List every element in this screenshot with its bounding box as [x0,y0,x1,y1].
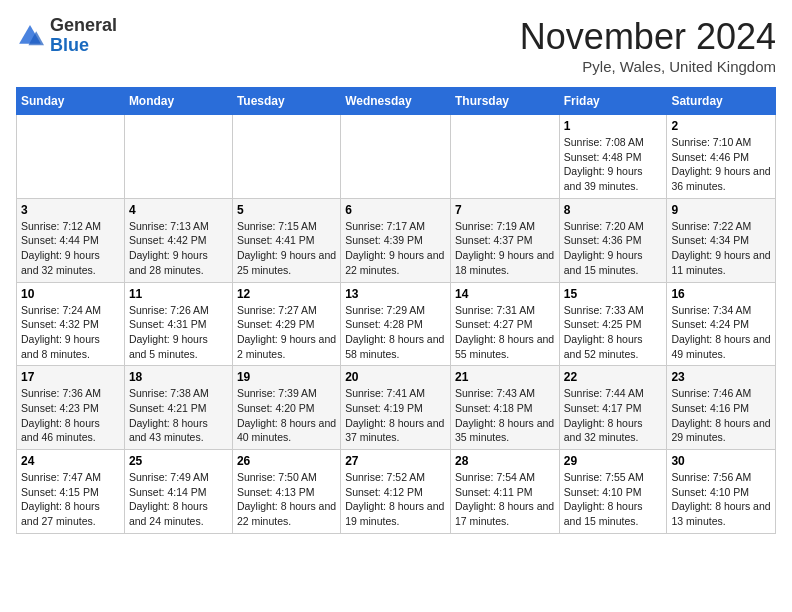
day-number: 17 [21,370,120,384]
logo-icon [16,22,44,50]
month-title: November 2024 [520,16,776,58]
calendar-week-row: 24Sunrise: 7:47 AMSunset: 4:15 PMDayligh… [17,450,776,534]
logo: General Blue [16,16,117,56]
day-info: Sunrise: 7:50 AMSunset: 4:13 PMDaylight:… [237,470,336,529]
calendar-cell: 7Sunrise: 7:19 AMSunset: 4:37 PMDaylight… [450,198,559,282]
location-subtitle: Pyle, Wales, United Kingdom [520,58,776,75]
weekday-header-cell: Saturday [667,88,776,115]
calendar-cell: 16Sunrise: 7:34 AMSunset: 4:24 PMDayligh… [667,282,776,366]
day-number: 30 [671,454,771,468]
calendar-cell: 1Sunrise: 7:08 AMSunset: 4:48 PMDaylight… [559,115,667,199]
day-info: Sunrise: 7:41 AMSunset: 4:19 PMDaylight:… [345,386,446,445]
day-number: 1 [564,119,663,133]
weekday-header-cell: Tuesday [232,88,340,115]
calendar-cell: 23Sunrise: 7:46 AMSunset: 4:16 PMDayligh… [667,366,776,450]
day-info: Sunrise: 7:44 AMSunset: 4:17 PMDaylight:… [564,386,663,445]
day-info: Sunrise: 7:29 AMSunset: 4:28 PMDaylight:… [345,303,446,362]
day-info: Sunrise: 7:12 AMSunset: 4:44 PMDaylight:… [21,219,120,278]
calendar-week-row: 10Sunrise: 7:24 AMSunset: 4:32 PMDayligh… [17,282,776,366]
day-number: 26 [237,454,336,468]
day-number: 25 [129,454,228,468]
day-number: 21 [455,370,555,384]
calendar-cell: 12Sunrise: 7:27 AMSunset: 4:29 PMDayligh… [232,282,340,366]
calendar-body: 1Sunrise: 7:08 AMSunset: 4:48 PMDaylight… [17,115,776,534]
day-number: 22 [564,370,663,384]
calendar-cell: 8Sunrise: 7:20 AMSunset: 4:36 PMDaylight… [559,198,667,282]
calendar-cell: 28Sunrise: 7:54 AMSunset: 4:11 PMDayligh… [450,450,559,534]
day-info: Sunrise: 7:56 AMSunset: 4:10 PMDaylight:… [671,470,771,529]
day-number: 7 [455,203,555,217]
calendar-cell: 6Sunrise: 7:17 AMSunset: 4:39 PMDaylight… [341,198,451,282]
day-number: 8 [564,203,663,217]
day-info: Sunrise: 7:47 AMSunset: 4:15 PMDaylight:… [21,470,120,529]
day-number: 28 [455,454,555,468]
day-info: Sunrise: 7:34 AMSunset: 4:24 PMDaylight:… [671,303,771,362]
calendar-week-row: 3Sunrise: 7:12 AMSunset: 4:44 PMDaylight… [17,198,776,282]
calendar-cell: 14Sunrise: 7:31 AMSunset: 4:27 PMDayligh… [450,282,559,366]
day-number: 16 [671,287,771,301]
day-info: Sunrise: 7:26 AMSunset: 4:31 PMDaylight:… [129,303,228,362]
calendar-cell: 18Sunrise: 7:38 AMSunset: 4:21 PMDayligh… [124,366,232,450]
day-number: 3 [21,203,120,217]
day-info: Sunrise: 7:13 AMSunset: 4:42 PMDaylight:… [129,219,228,278]
calendar-cell: 17Sunrise: 7:36 AMSunset: 4:23 PMDayligh… [17,366,125,450]
calendar-cell: 3Sunrise: 7:12 AMSunset: 4:44 PMDaylight… [17,198,125,282]
day-number: 29 [564,454,663,468]
calendar-cell: 9Sunrise: 7:22 AMSunset: 4:34 PMDaylight… [667,198,776,282]
day-info: Sunrise: 7:15 AMSunset: 4:41 PMDaylight:… [237,219,336,278]
day-info: Sunrise: 7:08 AMSunset: 4:48 PMDaylight:… [564,135,663,194]
day-info: Sunrise: 7:46 AMSunset: 4:16 PMDaylight:… [671,386,771,445]
calendar-cell [124,115,232,199]
day-info: Sunrise: 7:19 AMSunset: 4:37 PMDaylight:… [455,219,555,278]
calendar-cell: 5Sunrise: 7:15 AMSunset: 4:41 PMDaylight… [232,198,340,282]
day-number: 18 [129,370,228,384]
day-info: Sunrise: 7:54 AMSunset: 4:11 PMDaylight:… [455,470,555,529]
day-number: 19 [237,370,336,384]
calendar-cell: 11Sunrise: 7:26 AMSunset: 4:31 PMDayligh… [124,282,232,366]
day-info: Sunrise: 7:36 AMSunset: 4:23 PMDaylight:… [21,386,120,445]
day-number: 27 [345,454,446,468]
calendar-cell [450,115,559,199]
day-info: Sunrise: 7:33 AMSunset: 4:25 PMDaylight:… [564,303,663,362]
calendar-cell [341,115,451,199]
calendar-cell: 4Sunrise: 7:13 AMSunset: 4:42 PMDaylight… [124,198,232,282]
calendar-table: SundayMondayTuesdayWednesdayThursdayFrid… [16,87,776,534]
day-number: 14 [455,287,555,301]
day-info: Sunrise: 7:27 AMSunset: 4:29 PMDaylight:… [237,303,336,362]
weekday-header-cell: Monday [124,88,232,115]
day-info: Sunrise: 7:38 AMSunset: 4:21 PMDaylight:… [129,386,228,445]
calendar-cell: 19Sunrise: 7:39 AMSunset: 4:20 PMDayligh… [232,366,340,450]
calendar-cell: 24Sunrise: 7:47 AMSunset: 4:15 PMDayligh… [17,450,125,534]
calendar-cell: 13Sunrise: 7:29 AMSunset: 4:28 PMDayligh… [341,282,451,366]
calendar-cell: 30Sunrise: 7:56 AMSunset: 4:10 PMDayligh… [667,450,776,534]
calendar-cell: 26Sunrise: 7:50 AMSunset: 4:13 PMDayligh… [232,450,340,534]
day-info: Sunrise: 7:24 AMSunset: 4:32 PMDaylight:… [21,303,120,362]
day-number: 2 [671,119,771,133]
day-info: Sunrise: 7:10 AMSunset: 4:46 PMDaylight:… [671,135,771,194]
calendar-cell: 21Sunrise: 7:43 AMSunset: 4:18 PMDayligh… [450,366,559,450]
calendar-cell: 29Sunrise: 7:55 AMSunset: 4:10 PMDayligh… [559,450,667,534]
day-number: 11 [129,287,228,301]
calendar-cell [232,115,340,199]
calendar-week-row: 1Sunrise: 7:08 AMSunset: 4:48 PMDaylight… [17,115,776,199]
day-number: 6 [345,203,446,217]
day-info: Sunrise: 7:43 AMSunset: 4:18 PMDaylight:… [455,386,555,445]
day-info: Sunrise: 7:52 AMSunset: 4:12 PMDaylight:… [345,470,446,529]
logo-blue-text: Blue [50,35,89,55]
logo-general-text: General [50,15,117,35]
day-info: Sunrise: 7:20 AMSunset: 4:36 PMDaylight:… [564,219,663,278]
calendar-cell: 25Sunrise: 7:49 AMSunset: 4:14 PMDayligh… [124,450,232,534]
calendar-cell: 22Sunrise: 7:44 AMSunset: 4:17 PMDayligh… [559,366,667,450]
day-number: 12 [237,287,336,301]
day-number: 5 [237,203,336,217]
weekday-header-cell: Sunday [17,88,125,115]
day-number: 10 [21,287,120,301]
day-number: 9 [671,203,771,217]
weekday-header-row: SundayMondayTuesdayWednesdayThursdayFrid… [17,88,776,115]
day-number: 4 [129,203,228,217]
day-info: Sunrise: 7:22 AMSunset: 4:34 PMDaylight:… [671,219,771,278]
day-info: Sunrise: 7:17 AMSunset: 4:39 PMDaylight:… [345,219,446,278]
weekday-header-cell: Wednesday [341,88,451,115]
calendar-cell: 15Sunrise: 7:33 AMSunset: 4:25 PMDayligh… [559,282,667,366]
page-header: General Blue November 2024 Pyle, Wales, … [16,16,776,75]
